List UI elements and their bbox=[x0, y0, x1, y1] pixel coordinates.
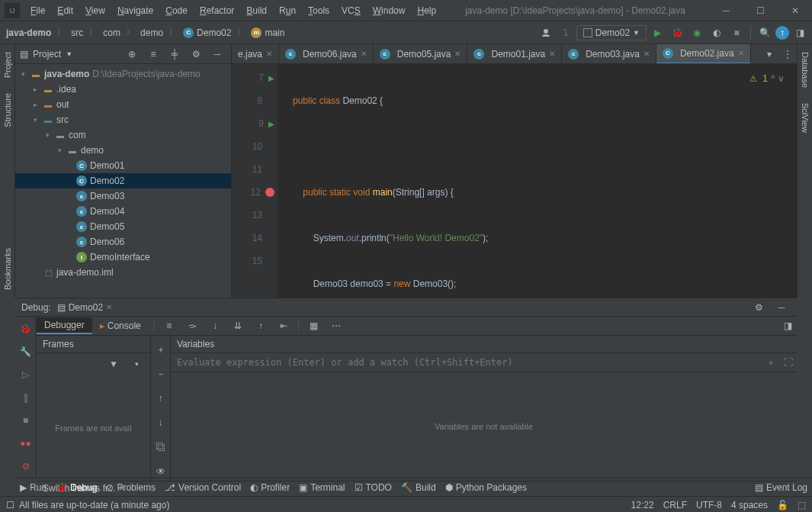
status-line-sep[interactable]: CRLF bbox=[663, 500, 687, 510]
tool-build[interactable]: 🔨Build bbox=[401, 482, 436, 493]
memory-indicator[interactable]: ⬚ bbox=[798, 500, 806, 510]
hide-panel-button[interactable]: ─ bbox=[772, 298, 791, 317]
force-step-into-button[interactable]: ⇊ bbox=[229, 317, 247, 335]
tree-idea[interactable]: ▸▬.idea bbox=[15, 82, 231, 97]
rail-structure[interactable]: Structure bbox=[2, 85, 14, 135]
drop-frame-button[interactable]: ⇤ bbox=[274, 317, 293, 335]
editor-tab[interactable]: cDemo05.java✕ bbox=[374, 44, 468, 64]
resume-button[interactable]: ▷ bbox=[17, 365, 35, 384]
debug-config-tab[interactable]: ▤ Demo02 ✕ bbox=[57, 302, 112, 313]
trace-button[interactable]: ⋯ bbox=[327, 317, 345, 335]
search-button[interactable]: 🔍 bbox=[756, 24, 774, 42]
update-button[interactable]: ↑ bbox=[775, 26, 789, 40]
breadcrumb-src[interactable]: src bbox=[68, 27, 86, 38]
tree-file[interactable]: cDemo03 bbox=[15, 188, 231, 204]
breadcrumb-project[interactable]: java-demo bbox=[3, 27, 54, 38]
tool-debug[interactable]: 🐞Debug bbox=[56, 482, 97, 493]
view-breakpoints-button[interactable]: ●● bbox=[17, 434, 35, 452]
tool-event-log[interactable]: ▤Event Log bbox=[755, 482, 807, 493]
tree-file[interactable]: cDemo06 bbox=[15, 234, 231, 250]
menu-help[interactable]: Help bbox=[411, 3, 442, 18]
profile-button[interactable]: ◐ bbox=[708, 24, 726, 42]
tree-out[interactable]: ▸▬out bbox=[15, 97, 231, 112]
close-icon[interactable]: ✕ bbox=[549, 50, 555, 58]
breadcrumb-method[interactable]: mmain bbox=[248, 27, 287, 38]
mute-breakpoints-button[interactable]: ⊘ bbox=[17, 457, 35, 475]
expand-button[interactable]: ⛶ bbox=[779, 353, 797, 372]
close-icon[interactable]: ✕ bbox=[738, 49, 744, 57]
menu-navigate[interactable]: Navigate bbox=[111, 3, 159, 18]
editor-tab-active[interactable]: CDemo02.java✕ bbox=[656, 44, 751, 64]
coverage-button[interactable]: ◉ bbox=[688, 24, 706, 42]
inspection-indicator[interactable]: ⚠ 1 ^ ∨ bbox=[749, 67, 785, 90]
tree-com[interactable]: ▾▬com bbox=[15, 127, 231, 143]
readonly-icon[interactable]: 🔓 bbox=[777, 500, 788, 510]
console-tab[interactable]: ▸Console bbox=[92, 318, 149, 333]
add-watch-button[interactable]: ＋ bbox=[762, 353, 780, 372]
editor-tab[interactable]: cDemo03.java✕ bbox=[562, 44, 656, 64]
debug-button[interactable]: 🐞 bbox=[668, 24, 686, 42]
show-watches-button[interactable]: 👁 bbox=[152, 462, 170, 481]
menu-edit[interactable]: Edit bbox=[51, 3, 79, 18]
menu-view[interactable]: View bbox=[79, 3, 111, 18]
menu-build[interactable]: Build bbox=[240, 3, 273, 18]
tool-python[interactable]: ⬢Python Packages bbox=[445, 482, 527, 493]
rerun-button[interactable]: 🐞 bbox=[17, 320, 35, 338]
close-icon[interactable]: ✕ bbox=[454, 50, 461, 58]
run-gutter-icon[interactable]: ▶ bbox=[268, 74, 274, 82]
layout-button[interactable]: ◨ bbox=[778, 317, 797, 335]
rail-database[interactable]: Database bbox=[799, 44, 811, 95]
tree-demo[interactable]: ▾▬demo bbox=[15, 143, 231, 158]
editor-gutter[interactable]: 7▶ 8 9▶ 10 11 12 13 14 15 bbox=[232, 64, 278, 298]
breadcrumb-demo[interactable]: demo bbox=[137, 27, 166, 38]
tabs-dropdown-button[interactable]: ▾ bbox=[760, 45, 778, 63]
tree-file[interactable]: cDemo04 bbox=[15, 204, 231, 219]
modify-button[interactable]: 🔧 bbox=[17, 343, 35, 361]
tool-run[interactable]: ▶Run bbox=[20, 482, 47, 493]
step-out-button[interactable]: ↑ bbox=[252, 317, 270, 335]
step-over-button[interactable]: ⤼ bbox=[183, 317, 201, 335]
editor-tab[interactable]: cDemo01.java✕ bbox=[467, 44, 562, 64]
status-icon[interactable]: ☐ bbox=[6, 500, 14, 510]
menu-file[interactable]: File bbox=[24, 3, 51, 18]
close-icon[interactable]: ✕ bbox=[266, 50, 272, 58]
rail-project[interactable]: Project bbox=[2, 44, 14, 85]
show-execution-button[interactable]: ≡ bbox=[160, 317, 178, 335]
close-icon[interactable]: ✕ bbox=[644, 50, 650, 58]
run-gutter-icon[interactable]: ▶ bbox=[268, 120, 274, 128]
tool-vcs[interactable]: ⎇Version Control bbox=[165, 482, 241, 493]
project-panel-title[interactable]: Project bbox=[33, 49, 61, 60]
collapse-all-button[interactable]: ╪ bbox=[165, 45, 184, 63]
filter-icon[interactable]: ▼ bbox=[104, 355, 123, 373]
new-watch-button[interactable]: ＋ bbox=[152, 340, 170, 359]
breadcrumb-com[interactable]: com bbox=[100, 27, 124, 38]
menu-run[interactable]: Run bbox=[273, 3, 302, 18]
stop-button[interactable]: ■ bbox=[17, 411, 35, 430]
remove-watch-button[interactable]: － bbox=[152, 365, 170, 383]
settings-icon[interactable]: ⚙ bbox=[187, 45, 205, 63]
rail-sciview[interactable]: SciView bbox=[799, 95, 811, 140]
rail-bookmarks[interactable]: Bookmarks bbox=[2, 240, 14, 298]
down-button[interactable]: ↓ bbox=[152, 414, 170, 432]
breakpoint-icon[interactable] bbox=[265, 188, 274, 197]
add-config-button[interactable] bbox=[537, 24, 555, 42]
code-editor[interactable]: public class Demo02 { public static void… bbox=[278, 64, 797, 298]
copy-button[interactable]: ⿻ bbox=[152, 438, 170, 456]
step-into-button[interactable]: ↓ bbox=[206, 317, 224, 335]
run-button[interactable]: ▶ bbox=[648, 24, 666, 42]
build-button[interactable]: ⤵ bbox=[557, 24, 575, 42]
run-config-selector[interactable]: Demo02 ▼ bbox=[576, 25, 647, 40]
tree-file[interactable]: CDemo01 bbox=[15, 158, 231, 173]
breadcrumb-class[interactable]: CDemo02 bbox=[180, 27, 234, 38]
tool-terminal[interactable]: ▣Terminal bbox=[299, 482, 345, 493]
close-icon[interactable]: ✕ bbox=[106, 303, 112, 311]
menu-vcs[interactable]: VCS bbox=[335, 3, 367, 18]
hide-panel-button[interactable]: ─ bbox=[208, 45, 226, 63]
tool-todo[interactable]: ☑TODO bbox=[355, 482, 392, 493]
status-indent[interactable]: 4 spaces bbox=[731, 500, 768, 510]
ide-settings-button[interactable]: ◨ bbox=[791, 24, 809, 42]
up-button[interactable]: ↑ bbox=[152, 389, 170, 407]
pause-button[interactable]: ‖ bbox=[17, 388, 35, 407]
expand-all-button[interactable]: ≡ bbox=[144, 45, 162, 63]
tabs-more-button[interactable]: ⋮ bbox=[778, 45, 797, 63]
